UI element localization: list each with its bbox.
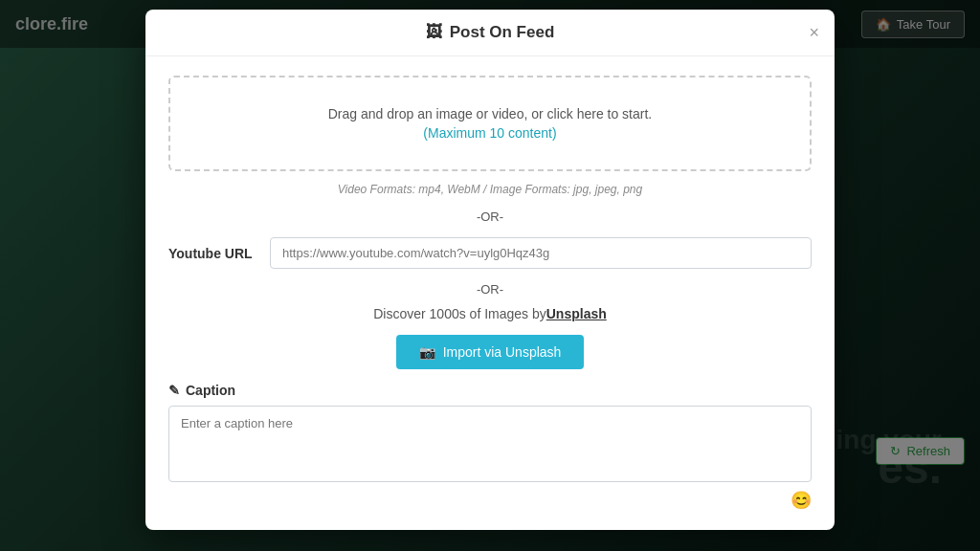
modal-close-button[interactable]: × <box>809 24 819 41</box>
import-unsplash-button[interactable]: 📷 Import via Unsplash <box>396 335 585 369</box>
drop-zone[interactable]: Drag and drop an image or video, or clic… <box>168 76 812 171</box>
modal-header: 🖼 Post On Feed × <box>145 10 835 56</box>
emoji-button[interactable]: 😊 <box>791 490 812 511</box>
youtube-url-label: Youtube URL <box>168 246 255 261</box>
unsplash-link[interactable]: Unsplash <box>546 306 607 321</box>
format-hint: Video Formats: mp4, WebM / Image Formats… <box>168 183 812 196</box>
import-unsplash-label: Import via Unsplash <box>443 344 562 360</box>
modal-title-text: Post On Feed <box>450 23 555 42</box>
format-hint-text: Video Formats: mp4, WebM / Image Formats… <box>338 183 642 196</box>
youtube-url-row: Youtube URL <box>168 237 812 269</box>
drop-zone-limit: (Maximum 10 content) <box>189 125 791 141</box>
image-icon: 🖼 <box>426 23 442 42</box>
drop-zone-text: Drag and drop an image or video, or clic… <box>189 106 791 121</box>
youtube-url-input[interactable] <box>270 237 812 269</box>
caption-label: ✎ Caption <box>168 383 812 398</box>
caption-section: ✎ Caption 😊 <box>168 383 812 511</box>
post-on-feed-modal: 🖼 Post On Feed × Drag and drop an image … <box>145 10 835 530</box>
modal-overlay: 🖼 Post On Feed × Drag and drop an image … <box>0 0 980 551</box>
edit-icon: ✎ <box>168 383 180 398</box>
modal-body: Drag and drop an image or video, or clic… <box>145 56 835 530</box>
caption-label-text: Caption <box>186 383 235 398</box>
unsplash-discover-text: Discover 1000s of Images byUnsplash <box>168 306 812 321</box>
discover-label: Discover 1000s of Images by <box>373 306 546 321</box>
caption-textarea[interactable] <box>168 406 812 482</box>
or-divider-2: -OR- <box>168 282 812 297</box>
camera-icon: 📷 <box>419 344 435 360</box>
modal-title: 🖼 Post On Feed <box>426 23 555 42</box>
or-divider-1: -OR- <box>168 209 812 224</box>
caption-footer: 😊 <box>168 490 812 511</box>
